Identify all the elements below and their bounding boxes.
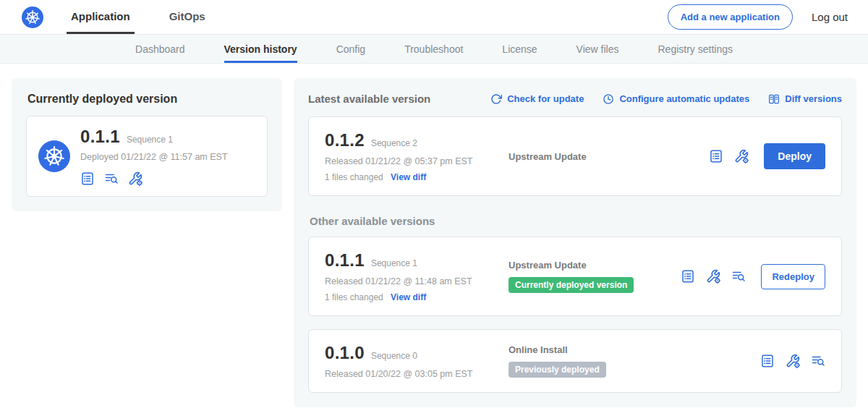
version-actions: Check for update Configure automatic upd… — [490, 93, 842, 105]
deployed-version-info: 0.1.1 Sequence 1 Deployed 01/21/22 @ 11:… — [80, 127, 228, 186]
version-card-source: Upstream Update Currently deployed versi… — [509, 260, 681, 293]
add-application-button[interactable]: Add a new application — [668, 4, 793, 30]
version-card-info: 0.1.1 Sequence 1 Released 01/21/22 @ 11:… — [325, 250, 509, 302]
currently-deployed-panel: Currently deployed version 0.1.1 Sequenc… — [12, 78, 282, 211]
subnav-item-troubleshoot[interactable]: Troubleshoot — [404, 35, 463, 63]
subnav-item-dashboard[interactable]: Dashboard — [135, 35, 185, 63]
view-diff-link[interactable]: View diff — [391, 172, 426, 182]
release-notes-icon[interactable] — [760, 354, 775, 368]
deployed-date: Deployed 01/21/22 @ 11:57 am EST — [80, 152, 228, 162]
edit-config-icon[interactable] — [786, 354, 800, 368]
refresh-icon — [490, 93, 502, 105]
diff-versions-label: Diff versions — [785, 93, 842, 104]
version-card-actions: Redeploy — [681, 264, 825, 289]
tab-gitops-label: GitOps — [169, 10, 205, 22]
latest-version-header: Latest available version Check for updat… — [308, 93, 842, 105]
files-changed-label: 1 files changed — [325, 292, 383, 302]
version-card-source: Online Install Previously deployed — [509, 344, 760, 378]
version-number: 0.1.1 — [325, 250, 365, 271]
diff-columns-icon — [768, 93, 780, 105]
deployed-version-number: 0.1.1 — [80, 127, 120, 147]
subnav-item-config[interactable]: Config — [336, 35, 365, 63]
deploy-logs-icon[interactable] — [104, 171, 119, 186]
deployed-sequence-label: Sequence 1 — [127, 135, 173, 145]
previously-deployed-badge: Previously deployed — [509, 362, 606, 378]
version-card-info: 0.1.2 Sequence 2 Released 01/21/22 @ 05:… — [325, 130, 509, 182]
edit-config-icon[interactable] — [734, 149, 749, 163]
configure-automatic-updates-label: Configure automatic updates — [619, 93, 749, 104]
currently-deployed-badge: Currently deployed version — [509, 277, 634, 293]
subnav-item-registry-settings[interactable]: Registry settings — [658, 35, 733, 63]
released-date: Released 01/21/22 @ 05:37 pm EST — [325, 156, 509, 166]
release-notes-icon[interactable] — [80, 171, 95, 186]
deployed-action-icons — [80, 171, 228, 186]
released-date: Released 01/21/22 @ 11:48 am EST — [325, 276, 509, 286]
configure-automatic-updates-link[interactable]: Configure automatic updates — [603, 93, 749, 105]
version-card-info: 0.1.0 Sequence 0 Released 01/20/22 @ 03:… — [325, 343, 509, 379]
view-diff-link[interactable]: View diff — [391, 292, 426, 302]
latest-version-title: Latest available version — [308, 93, 430, 105]
version-card-actions — [760, 354, 825, 368]
files-changed-line: 1 files changed View diff — [325, 292, 509, 302]
files-changed-line: 1 files changed View diff — [325, 172, 509, 182]
topbar-left: Application GitOps — [22, 0, 210, 34]
sequence-label: Sequence 2 — [371, 138, 417, 148]
deployed-version-card: 0.1.1 Sequence 1 Deployed 01/21/22 @ 11:… — [26, 116, 268, 197]
version-number: 0.1.2 — [325, 130, 365, 150]
version-card-0-1-0: 0.1.0 Sequence 0 Released 01/20/22 @ 03:… — [308, 329, 842, 393]
released-date: Released 01/20/22 @ 03:05 pm EST — [325, 369, 509, 379]
tab-application[interactable]: Application — [67, 0, 135, 34]
edit-config-icon[interactable] — [128, 171, 142, 186]
subnav-item-license[interactable]: License — [502, 35, 537, 63]
logout-link[interactable]: Log out — [812, 11, 848, 23]
version-card-actions: Deploy — [709, 143, 825, 169]
available-versions-panel: Latest available version Check for updat… — [294, 78, 856, 407]
sequence-label: Sequence 0 — [371, 351, 417, 361]
app-subnav: Dashboard Version history Config Trouble… — [0, 34, 868, 64]
currently-deployed-title: Currently deployed version — [27, 93, 268, 106]
version-card-latest: 0.1.2 Sequence 2 Released 01/21/22 @ 05:… — [308, 116, 842, 196]
diff-versions-link[interactable]: Diff versions — [768, 93, 842, 105]
version-card-0-1-1: 0.1.1 Sequence 1 Released 01/21/22 @ 11:… — [308, 237, 842, 316]
version-source-label: Upstream Update — [509, 260, 681, 271]
files-changed-label: 1 files changed — [325, 172, 383, 182]
version-number: 0.1.0 — [325, 343, 365, 363]
edit-config-icon[interactable] — [706, 269, 720, 284]
clock-icon — [603, 93, 614, 105]
redeploy-button[interactable]: Redeploy — [761, 264, 825, 289]
other-versions-title: Other available versions — [310, 215, 842, 227]
deploy-button[interactable]: Deploy — [764, 143, 825, 169]
deploy-logs-icon[interactable] — [731, 269, 746, 284]
topbar: Application GitOps Add a new application… — [0, 0, 868, 34]
check-for-update-label: Check for update — [507, 93, 584, 104]
subnav-item-view-files[interactable]: View files — [576, 35, 619, 63]
tab-gitops[interactable]: GitOps — [165, 0, 210, 34]
subnav-item-version-history[interactable]: Version history — [224, 35, 297, 63]
main-content: Currently deployed version 0.1.1 Sequenc… — [0, 64, 868, 408]
sequence-label: Sequence 1 — [371, 258, 417, 268]
version-card-source: Upstream Update — [509, 151, 709, 162]
admin-console-page: Application GitOps Add a new application… — [0, 0, 868, 408]
release-notes-icon[interactable] — [681, 269, 695, 284]
release-notes-icon[interactable] — [709, 149, 723, 163]
deploy-logs-icon[interactable] — [811, 354, 825, 368]
kubernetes-logo-icon — [22, 7, 43, 28]
application-icon — [38, 140, 70, 172]
tab-application-label: Application — [71, 10, 130, 22]
topbar-right: Add a new application Log out — [668, 0, 848, 34]
version-source-label: Upstream Update — [509, 151, 709, 162]
version-source-label: Online Install — [509, 344, 760, 355]
topbar-tabs: Application GitOps — [67, 0, 210, 34]
check-for-update-link[interactable]: Check for update — [490, 93, 584, 105]
